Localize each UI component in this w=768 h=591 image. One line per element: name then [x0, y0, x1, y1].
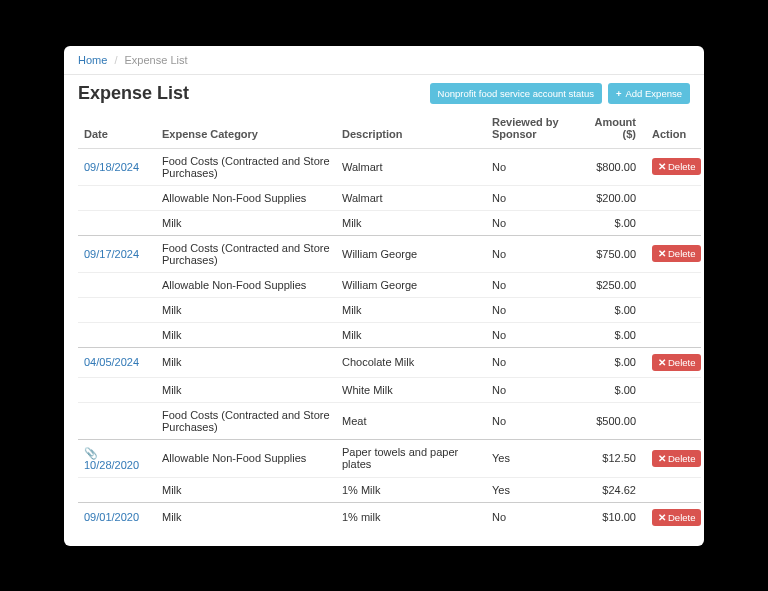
- table-wrapper: Date Expense Category Description Review…: [64, 108, 704, 546]
- table-row: Allowable Non-Food SuppliesWilliam Georg…: [78, 272, 701, 297]
- cell-category: Food Costs (Contracted and Store Purchas…: [156, 235, 336, 272]
- close-icon: ✕: [658, 161, 666, 172]
- cell-amount: $750.00: [586, 235, 646, 272]
- cell-description: Meat: [336, 402, 486, 439]
- cell-amount: $500.00: [586, 402, 646, 439]
- page-header: Expense List Nonprofit food service acco…: [64, 75, 704, 108]
- account-status-button[interactable]: Nonprofit food service account status: [430, 83, 602, 104]
- table-row: MilkMilkNo$.00: [78, 210, 701, 235]
- cell-description: White Milk: [336, 377, 486, 402]
- table-row: MilkMilkNo$.00: [78, 297, 701, 322]
- table-row: MilkWhite MilkNo$.00: [78, 377, 701, 402]
- cell-reviewed: Yes: [486, 439, 586, 477]
- date-link[interactable]: 09/01/2020: [84, 511, 139, 523]
- delete-button[interactable]: ✕Delete: [652, 509, 701, 526]
- table-row: 📎10/28/2020Allowable Non-Food SuppliesPa…: [78, 439, 701, 477]
- cell-amount: $.00: [586, 210, 646, 235]
- delete-button[interactable]: ✕Delete: [652, 354, 701, 371]
- cell-date: 📎10/28/2020: [78, 439, 156, 477]
- table-row: MilkMilkNo$.00: [78, 322, 701, 347]
- cell-action: [646, 210, 701, 235]
- date-link[interactable]: 04/05/2024: [84, 356, 139, 368]
- cell-action: ✕Delete: [646, 347, 701, 377]
- close-icon: ✕: [658, 512, 666, 523]
- add-expense-button[interactable]: + Add Expense: [608, 83, 690, 104]
- cell-reviewed: Yes: [486, 477, 586, 502]
- delete-label: Delete: [668, 453, 695, 464]
- col-description: Description: [336, 108, 486, 149]
- cell-description: Walmart: [336, 148, 486, 185]
- cell-category: Milk: [156, 477, 336, 502]
- plus-icon: +: [616, 88, 622, 99]
- table-row: 09/17/2024Food Costs (Contracted and Sto…: [78, 235, 701, 272]
- cell-amount: $12.50: [586, 439, 646, 477]
- cell-category: Milk: [156, 322, 336, 347]
- delete-label: Delete: [668, 357, 695, 368]
- cell-date: 09/01/2020: [78, 502, 156, 532]
- close-icon: ✕: [658, 453, 666, 464]
- col-date: Date: [78, 108, 156, 149]
- breadcrumb-home-link[interactable]: Home: [78, 54, 107, 66]
- cell-reviewed: No: [486, 185, 586, 210]
- cell-reviewed: No: [486, 502, 586, 532]
- cell-date: [78, 272, 156, 297]
- cell-action: ✕Delete: [646, 502, 701, 532]
- date-link[interactable]: 09/17/2024: [84, 248, 139, 260]
- table-row: 04/05/2024MilkChocolate MilkNo$.00✕Delet…: [78, 347, 701, 377]
- cell-action: [646, 322, 701, 347]
- add-expense-label: Add Expense: [625, 88, 682, 99]
- table-row: Milk1% MilkYes$24.62: [78, 477, 701, 502]
- cell-description: Milk: [336, 322, 486, 347]
- cell-reviewed: No: [486, 377, 586, 402]
- cell-description: Milk: [336, 210, 486, 235]
- cell-category: Food Costs (Contracted and Store Purchas…: [156, 402, 336, 439]
- close-icon: ✕: [658, 248, 666, 259]
- cell-description: Paper towels and paper plates: [336, 439, 486, 477]
- close-icon: ✕: [658, 357, 666, 368]
- delete-label: Delete: [668, 512, 695, 523]
- cell-category: Allowable Non-Food Supplies: [156, 272, 336, 297]
- cell-date: 09/18/2024: [78, 148, 156, 185]
- cell-date: [78, 297, 156, 322]
- cell-amount: $24.62: [586, 477, 646, 502]
- date-link[interactable]: 10/28/2020: [84, 459, 139, 471]
- cell-action: ✕Delete: [646, 439, 701, 477]
- cell-action: ✕Delete: [646, 148, 701, 185]
- cell-amount: $250.00: [586, 272, 646, 297]
- cell-date: [78, 185, 156, 210]
- cell-action: [646, 477, 701, 502]
- cell-description: William George: [336, 235, 486, 272]
- cell-reviewed: No: [486, 210, 586, 235]
- cell-category: Milk: [156, 210, 336, 235]
- expense-table: Date Expense Category Description Review…: [78, 108, 701, 532]
- cell-reviewed: No: [486, 148, 586, 185]
- cell-action: [646, 272, 701, 297]
- cell-reviewed: No: [486, 235, 586, 272]
- delete-button[interactable]: ✕Delete: [652, 450, 701, 467]
- page-title: Expense List: [78, 83, 189, 104]
- cell-description: 1% milk: [336, 502, 486, 532]
- cell-action: ✕Delete: [646, 235, 701, 272]
- cell-date: 09/17/2024: [78, 235, 156, 272]
- cell-amount: $.00: [586, 297, 646, 322]
- cell-reviewed: No: [486, 322, 586, 347]
- cell-date: [78, 477, 156, 502]
- delete-button[interactable]: ✕Delete: [652, 158, 701, 175]
- cell-amount: $.00: [586, 377, 646, 402]
- cell-category: Food Costs (Contracted and Store Purchas…: [156, 148, 336, 185]
- cell-description: Milk: [336, 297, 486, 322]
- date-link[interactable]: 09/18/2024: [84, 161, 139, 173]
- cell-description: 1% Milk: [336, 477, 486, 502]
- delete-label: Delete: [668, 248, 695, 259]
- breadcrumb-separator: /: [114, 54, 117, 66]
- cell-date: [78, 377, 156, 402]
- cell-date: [78, 322, 156, 347]
- cell-category: Milk: [156, 502, 336, 532]
- table-row: Allowable Non-Food SuppliesWalmartNo$200…: [78, 185, 701, 210]
- delete-button[interactable]: ✕Delete: [652, 245, 701, 262]
- cell-amount: $.00: [586, 347, 646, 377]
- cell-description: William George: [336, 272, 486, 297]
- breadcrumb-current: Expense List: [125, 54, 188, 66]
- attachment-icon: 📎: [84, 447, 98, 460]
- delete-label: Delete: [668, 161, 695, 172]
